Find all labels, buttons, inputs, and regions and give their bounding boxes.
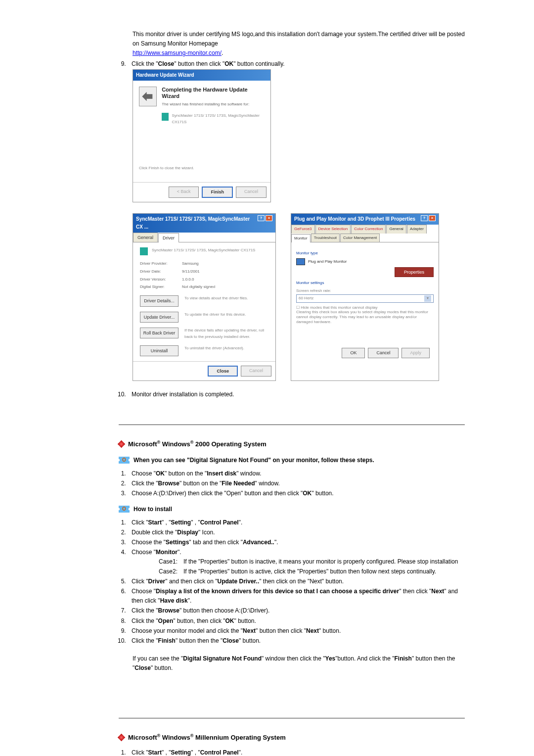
tab-driver[interactable]: Driver — [158, 233, 179, 242]
diamond-bullet-icon — [118, 734, 126, 742]
sub-how-to-install: O How to install — [119, 505, 465, 514]
apply-button: Apply — [401, 348, 430, 358]
w2k-install-step-2: Double click the "Display" Icon. — [128, 528, 465, 537]
tab-adapter[interactable]: Adapter — [407, 225, 427, 234]
wme-step-1: Click "Start" , "Setting" , "Control Pan… — [128, 748, 465, 756]
para-cert: This monitor driver is under certifying … — [119, 30, 465, 58]
close-button[interactable]: Close — [208, 366, 238, 377]
device-name: SyncMaster 171S/ 172S/ 173S, MagicSyncMa… — [152, 247, 255, 255]
w2k-sig-step-3: Choose A:(D:\Driver) then click the "Ope… — [128, 489, 465, 498]
w2k-install-step-5: Click "Driver" and then click on "Update… — [128, 577, 465, 586]
help-icon[interactable]: ? — [421, 215, 428, 221]
tab-color-management[interactable]: Color Management — [340, 234, 380, 242]
dialog-title-bar: SyncMaster 171S/ 172S/ 173S, MagicSyncMa… — [133, 214, 275, 233]
display-properties-dialog: Plug and Play Monitor and 3D Prophet III… — [291, 213, 439, 381]
tab-troubleshoot[interactable]: Troubleshoot — [311, 234, 340, 242]
w2k-install-step-4: Choose "Monitor". Case1:If the "Properti… — [128, 548, 465, 576]
step-9: Click the "Close" button then click "OK"… — [128, 59, 465, 69]
w2k-install-step-10: Click the "Finish" button then the "Clos… — [128, 636, 465, 646]
dialog-title: Hardware Update Wizard — [136, 71, 194, 79]
step-10: Monitor driver installation is completed… — [128, 390, 465, 399]
o-bullet-icon: O — [119, 506, 130, 513]
wizard-icon — [139, 87, 157, 106]
cancel-button: Cancel — [236, 187, 267, 197]
dialog-title-bar: Hardware Update Wizard — [133, 70, 270, 81]
dialog-title: SyncMaster 171S/ 172S/ 173S, MagicSyncMa… — [136, 215, 258, 231]
tab-geforce[interactable]: GeForce3 — [291, 225, 315, 234]
back-button: < Back — [169, 187, 199, 197]
tab-device-selection[interactable]: Device Selection — [315, 225, 351, 234]
monitor-icon — [296, 258, 305, 265]
driver-properties-dialog: SyncMaster 171S/ 172S/ 173S, MagicSyncMa… — [133, 213, 276, 381]
w2k-note: If you can see the "Digital Signature No… — [119, 654, 465, 673]
wizard-instruction: Click Finish to close the wizard. — [139, 165, 265, 172]
tab-general[interactable]: General — [386, 225, 406, 234]
w2k-install-step-8: Click the "Open" button, then click "OK"… — [128, 616, 465, 626]
dialog-title: Plug and Play Monitor and 3D Prophet III… — [294, 215, 415, 223]
w2k-install-step-3: Choose the "Settings" tab and then click… — [128, 538, 465, 547]
w2k-install-step-6: Choose "Display a list of the known driv… — [128, 587, 465, 606]
device-icon — [140, 247, 148, 255]
update-driver-button[interactable]: Update Driver... — [140, 312, 178, 323]
sub-digital-signature: O When you can see "Digital Signature No… — [119, 456, 465, 465]
cancel-button: Cancel — [241, 366, 271, 377]
divider — [119, 718, 465, 718]
rollback-driver-button[interactable]: Roll Back Driver — [140, 328, 178, 338]
uninstall-button[interactable]: Uninstall — [140, 345, 178, 356]
w2k-install-step-9: Choose your monitor model and click the … — [128, 626, 465, 636]
ok-button[interactable]: OK — [342, 348, 365, 358]
finish-button[interactable]: Finish — [202, 187, 233, 197]
wizard-heading: Completing the Hardware Update Wizard — [162, 87, 265, 99]
section-windows-2000: Microsoft® Windows® 2000 Operating Syste… — [119, 439, 465, 450]
help-icon[interactable]: ? — [258, 215, 265, 221]
chevron-down-icon: ▾ — [424, 295, 431, 302]
tab-color-correction[interactable]: Color Correction — [351, 225, 386, 234]
wizard-subtext: The wizard has finished installing the s… — [162, 101, 265, 108]
w2k-sig-step-1: Choose "OK" button on the "Insert disk" … — [128, 469, 465, 478]
close-icon[interactable]: × — [266, 215, 272, 221]
section-windows-me: Microsoft® Windows® Millennium Operating… — [119, 732, 465, 743]
device-icon — [162, 113, 169, 121]
refresh-rate-select[interactable]: 60 Hertz ▾ — [296, 294, 434, 303]
samsung-url[interactable]: http://www.samsung-monitor.com/ — [133, 49, 222, 56]
cancel-button[interactable]: Cancel — [368, 348, 399, 358]
checkbox-hide-modes[interactable]: ☐ — [296, 305, 301, 310]
o-bullet-icon: O — [119, 457, 130, 464]
w2k-sig-step-2: Click the "Browse" button on the "File N… — [128, 479, 465, 488]
diamond-bullet-icon — [118, 440, 126, 448]
dialog-title-bar: Plug and Play Monitor and 3D Prophet III… — [291, 214, 439, 225]
device-name: SyncMaster 171S/ 172S/ 173S, MagicSyncMa… — [172, 113, 265, 126]
tab-monitor[interactable]: Monitor — [291, 234, 311, 243]
close-icon[interactable]: × — [429, 215, 436, 221]
w2k-install-step-1: Click "Start" , "Setting" , "Control Pan… — [128, 518, 465, 527]
w2k-install-step-7: Click the "Browse" button then choose A:… — [128, 606, 465, 615]
cert-text: This monitor driver is under certifying … — [133, 31, 465, 47]
tab-general[interactable]: General — [133, 233, 158, 242]
wizard-complete-dialog: Hardware Update Wizard Completing the Ha… — [133, 69, 271, 202]
driver-details-button[interactable]: Driver Details... — [140, 295, 178, 306]
divider — [119, 425, 465, 425]
properties-button[interactable]: Properties — [395, 267, 434, 277]
